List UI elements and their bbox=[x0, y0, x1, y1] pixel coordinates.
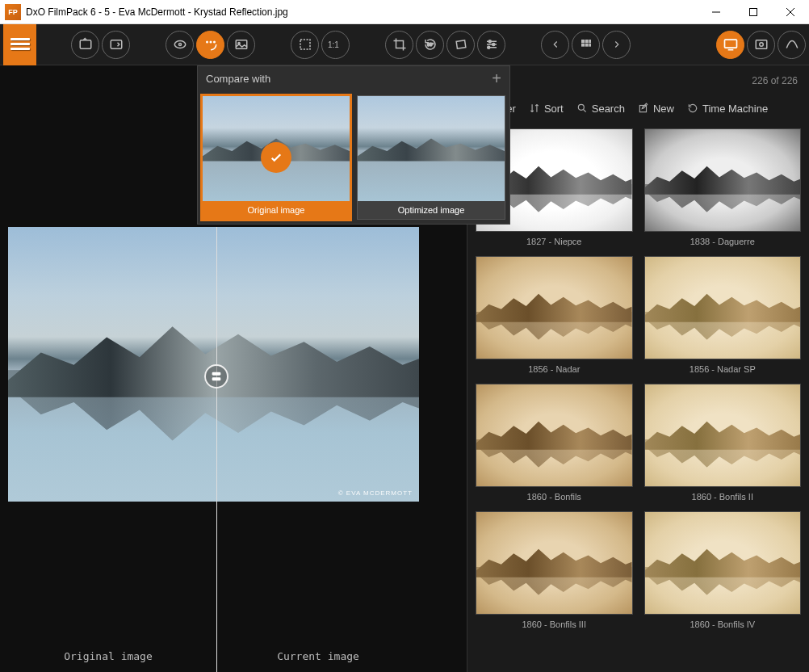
preset-counter: 226 of 226 bbox=[467, 65, 809, 96]
svg-point-6 bbox=[174, 41, 186, 48]
svg-point-12 bbox=[237, 42, 239, 44]
save-image-button[interactable] bbox=[102, 31, 130, 59]
split-handle[interactable] bbox=[204, 364, 228, 388]
svg-rect-34 bbox=[212, 377, 221, 380]
preset-label: 1860 - Bonfils IV bbox=[690, 620, 755, 629]
workarea: Compare with + Original image Optimized … bbox=[0, 65, 809, 672]
panel-tools: Filter Sort Search New Time Machine bbox=[467, 96, 809, 120]
open-image-button[interactable] bbox=[71, 31, 99, 59]
preset-item[interactable]: 1860 - Bonfils II bbox=[644, 384, 802, 502]
svg-point-38 bbox=[578, 104, 584, 110]
preset-item[interactable]: 1856 - Nadar SP bbox=[644, 256, 802, 374]
svg-rect-16 bbox=[456, 40, 466, 48]
svg-point-10 bbox=[213, 41, 216, 44]
compare-thumb-optimized[interactable]: Optimized image bbox=[357, 95, 505, 220]
loupe-button[interactable] bbox=[747, 31, 775, 59]
sort-button[interactable]: Sort bbox=[529, 103, 564, 115]
preset-label: 1860 - Bonfils III bbox=[522, 620, 587, 629]
maximize-button[interactable] bbox=[735, 0, 772, 24]
fit-button[interactable] bbox=[291, 31, 319, 59]
grid-view-button[interactable] bbox=[572, 31, 600, 59]
svg-rect-28 bbox=[589, 44, 591, 47]
rotate-button[interactable]: 90° bbox=[416, 31, 444, 59]
toolbar: 1:1 90° bbox=[0, 24, 809, 65]
search-button[interactable]: Search bbox=[576, 103, 625, 115]
compare-heading: Compare with + bbox=[198, 66, 509, 91]
svg-point-32 bbox=[759, 43, 763, 47]
check-icon bbox=[261, 142, 291, 173]
svg-rect-25 bbox=[589, 40, 591, 43]
svg-rect-5 bbox=[111, 40, 122, 49]
preset-item[interactable]: 1860 - Bonfils bbox=[476, 384, 633, 502]
right-panel: 226 of 226 Filter Sort Search New Time M… bbox=[467, 65, 809, 672]
preview-toggle-button[interactable] bbox=[166, 31, 194, 59]
minimize-button[interactable] bbox=[698, 0, 735, 24]
svg-rect-29 bbox=[724, 40, 736, 48]
bottom-labels: Original image Current image bbox=[0, 650, 420, 662]
svg-rect-26 bbox=[581, 44, 585, 47]
svg-rect-23 bbox=[581, 40, 585, 43]
svg-point-22 bbox=[487, 46, 489, 48]
compare-thumb-label: Optimized image bbox=[358, 201, 505, 219]
label-current: Current image bbox=[216, 650, 420, 662]
svg-rect-1 bbox=[750, 8, 757, 15]
single-view-button[interactable] bbox=[227, 31, 255, 59]
straighten-button[interactable] bbox=[446, 31, 475, 59]
preset-label: 1856 - Nadar SP bbox=[690, 364, 756, 374]
window-title: DxO FilmPack 6 - 5 - Eva McDermott - Kry… bbox=[26, 6, 698, 18]
nav-prev-button[interactable] bbox=[541, 31, 569, 59]
preset-grid[interactable]: 1827 - Niepce 1838 - Daguerre 1856 - Nad… bbox=[467, 125, 809, 672]
svg-rect-27 bbox=[585, 44, 588, 47]
compare-thumb-original[interactable]: Original image bbox=[200, 94, 352, 221]
svg-line-39 bbox=[583, 110, 585, 112]
svg-point-21 bbox=[492, 44, 494, 46]
viewer: Compare with + Original image Optimized … bbox=[0, 65, 467, 672]
compare-popup: Compare with + Original image Optimized … bbox=[197, 65, 510, 225]
zoom-1to1-button[interactable]: 1:1 bbox=[321, 31, 350, 59]
nav-next-button[interactable] bbox=[602, 31, 631, 59]
add-compare-button[interactable]: + bbox=[492, 69, 501, 88]
svg-point-7 bbox=[178, 44, 181, 46]
split-line bbox=[216, 227, 217, 672]
close-button[interactable] bbox=[772, 0, 809, 24]
preset-label: 1856 - Nadar bbox=[528, 364, 580, 374]
label-original: Original image bbox=[0, 650, 216, 662]
svg-rect-13 bbox=[300, 40, 310, 49]
sort-label: Sort bbox=[544, 103, 564, 115]
display-mode-button[interactable] bbox=[716, 31, 744, 59]
preset-item[interactable]: 1860 - Bonfils III bbox=[476, 511, 633, 629]
svg-rect-11 bbox=[236, 40, 247, 49]
svg-point-8 bbox=[206, 41, 208, 44]
preset-label: 1827 - Niepce bbox=[526, 237, 582, 246]
preset-label: 1860 - Bonfils II bbox=[692, 492, 753, 502]
compare-thumb-label: Original image bbox=[203, 201, 350, 219]
preset-item[interactable]: 1860 - Bonfils IV bbox=[644, 511, 802, 629]
preset-item[interactable]: 1856 - Nadar bbox=[476, 256, 633, 374]
compare-button[interactable] bbox=[196, 31, 224, 59]
preset-label: 1838 - Daguerre bbox=[690, 237, 755, 246]
svg-point-20 bbox=[488, 40, 491, 43]
time-machine-button[interactable]: Time Machine bbox=[687, 103, 768, 115]
svg-text:90°: 90° bbox=[427, 42, 434, 47]
new-label: New bbox=[653, 103, 674, 115]
preset-item[interactable]: 1838 - Daguerre bbox=[644, 128, 802, 246]
histogram-button[interactable] bbox=[778, 31, 806, 59]
menu-button[interactable] bbox=[3, 24, 36, 65]
svg-text:1:1: 1:1 bbox=[328, 40, 339, 49]
svg-rect-33 bbox=[212, 372, 221, 376]
svg-point-9 bbox=[209, 41, 212, 44]
time-machine-label: Time Machine bbox=[702, 103, 768, 115]
preset-label: 1860 - Bonfils bbox=[527, 492, 581, 502]
svg-rect-31 bbox=[756, 40, 767, 49]
watermark: © EVA MCDERMOTT bbox=[338, 489, 413, 497]
thumbnail-image bbox=[358, 96, 505, 201]
compare-heading-label: Compare with bbox=[206, 73, 270, 85]
titlebar: FP DxO FilmPack 6 - 5 - Eva McDermott - … bbox=[0, 0, 809, 24]
sliders-button[interactable] bbox=[477, 31, 505, 59]
svg-rect-24 bbox=[585, 40, 588, 43]
crop-button[interactable] bbox=[385, 31, 413, 59]
new-button[interactable]: New bbox=[638, 103, 674, 115]
app-icon: FP bbox=[5, 4, 21, 20]
search-label: Search bbox=[592, 103, 625, 115]
svg-rect-4 bbox=[80, 40, 91, 49]
